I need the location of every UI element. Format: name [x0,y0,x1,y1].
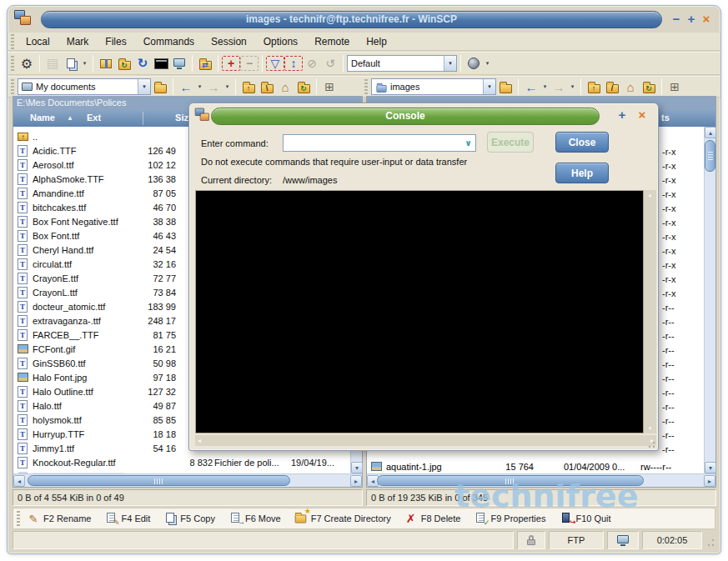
scroll-up-icon[interactable]: ▴ [644,192,656,198]
remote-tree-button[interactable]: ⊞ [665,78,684,96]
menu-session[interactable]: Session [203,33,255,50]
remote-file-row[interactable]: aquatint-1.jpg 15 764 01/04/2009 0... rw… [368,460,703,474]
local-root-dir-button[interactable]: \ [258,78,276,96]
invert-selection-button[interactable]: ↕ [284,56,303,71]
remote-home-button[interactable]: ⌂ [621,78,640,96]
scroll-down-icon[interactable]: ▾ [351,462,363,473]
remote-root-dir-button[interactable]: / [603,78,621,96]
menu-commands[interactable]: Commands [135,33,203,50]
remote-refresh-button[interactable]: ↻ [640,78,658,96]
f10-quit-button[interactable]: ↪F10 Quit [559,513,610,525]
hscroll-thumb[interactable] [28,475,290,486]
column-name[interactable]: Name [30,110,55,126]
f2-rename-button[interactable]: ✎F2 Rename [27,513,91,525]
f4-edit-button[interactable]: ✎F4 Edit [104,513,150,525]
console-hscrollbar[interactable]: ◂ ▸ [195,435,656,446]
execute-button[interactable]: Execute [487,132,534,153]
transfer-preset-select[interactable]: Default ▾ [347,55,457,72]
synchronize-browsing-button[interactable]: ↻ [115,54,133,73]
synchronize-button[interactable]: ⇄ [196,54,214,73]
scroll-left-icon[interactable]: ◂ [13,475,25,487]
console-close-action-button[interactable]: Close [555,132,609,153]
console-maximize-button[interactable]: + [615,107,630,123]
unselect-files-button[interactable]: − [240,56,259,71]
resize-grip[interactable] [705,531,715,549]
local-tree-button[interactable]: ⊞ [320,78,339,96]
command-input[interactable]: ∨ [283,134,476,152]
console-output[interactable] [195,190,644,433]
file-size: 32 16 [153,258,176,272]
scroll-down-icon[interactable]: ▾ [705,462,716,473]
session-log-button[interactable]: ▤ [43,54,62,73]
console-vscrollbar[interactable]: ▴ ▾ [644,190,656,433]
new-session-button[interactable] [97,54,115,73]
scroll-right-icon[interactable]: ▸ [704,475,715,487]
remote-address-select[interactable]: images ▾ [371,78,496,95]
remote-vscrollbar[interactable]: ▴ ▾ [704,127,715,473]
help-button[interactable]: Help [555,163,609,183]
protocol-panel[interactable]: FTP [549,531,604,549]
f7-create-directory-button[interactable]: ★F7 Create Directory [294,511,391,526]
remote-parent-dir-button[interactable]: ↑ [585,78,603,96]
remote-open-dir-button[interactable] [496,78,515,96]
f5-copy-button[interactable]: F5 Copy [163,513,215,525]
local-forward-history-button[interactable]: ▾ [223,78,232,96]
scroll-right-icon[interactable]: ▸ [350,475,362,487]
menu-help[interactable]: Help [358,33,395,50]
remote-back-history-button[interactable]: ▾ [540,78,550,96]
column-ext[interactable]: Ext [87,110,101,126]
clear-selection-button[interactable]: ⊘ [303,54,321,73]
local-address-select[interactable]: My documents ▾ [18,78,151,95]
duplicate-session-menu-button[interactable]: ▾ [80,54,89,73]
duplicate-session-button[interactable] [62,54,80,73]
menu-local[interactable]: Local [18,33,58,50]
console-button[interactable] [152,54,170,73]
minimize-button[interactable]: − [669,11,684,28]
f6-move-button[interactable]: →F6 Move [228,513,281,525]
console-close-button[interactable]: × [635,107,650,123]
network-panel[interactable] [607,531,639,549]
local-back-button[interactable]: ← [177,78,195,96]
close-button[interactable]: × [699,11,714,28]
remote-forward-history-button[interactable]: ▾ [568,78,577,96]
local-refresh-button[interactable]: ↻ [294,78,313,96]
current-directory-label: Current directory: [201,175,272,185]
scroll-up-icon[interactable]: ▴ [705,127,716,138]
lock-panel[interactable] [517,531,545,549]
console-titlebar[interactable]: Console + × [189,103,658,128]
local-parent-dir-button[interactable]: ↑ [239,78,258,96]
local-forward-button[interactable]: → [204,78,223,96]
scroll-left-icon[interactable]: ◂ [198,435,201,446]
remote-forward-button[interactable]: → [550,78,568,96]
local-open-dir-button[interactable] [151,78,169,96]
network-button[interactable] [170,54,188,73]
local-back-history-button[interactable]: ▾ [195,78,204,96]
preferences-button[interactable]: ⚙ [18,54,36,73]
titlebar[interactable]: images - technifr@ftp.technifree.fr - Wi… [8,6,720,33]
scroll-down-icon[interactable]: ▾ [644,425,656,432]
f9-properties-button[interactable]: ✓F9 Properties [474,513,545,525]
filter-button[interactable]: ▽ [266,56,284,71]
column-size[interactable]: Siz [175,110,188,126]
local-hscrollbar[interactable]: ◂ ▸ [13,473,362,487]
vscroll-thumb[interactable] [705,140,715,172]
select-files-button[interactable]: + [222,56,240,71]
maximize-button[interactable]: + [684,11,699,28]
console-resize-grip[interactable] [646,439,656,449]
menu-remote[interactable]: Remote [306,33,358,50]
remote-hscrollbar[interactable]: ◂ ▸ [367,473,715,487]
f8-delete-button[interactable]: ✗F8 Delete [404,512,461,525]
transfer-settings-menu-button[interactable]: ▾ [483,54,492,73]
transfer-settings-button[interactable] [464,54,483,73]
hscroll-thumb[interactable] [377,475,644,486]
parent-folder-icon: ↑ [18,133,28,141]
menu-files[interactable]: Files [97,33,134,50]
reconnect-button[interactable]: ↻ [133,54,152,73]
menu-mark[interactable]: Mark [58,33,98,50]
remote-back-button[interactable]: ← [522,78,540,96]
file-row[interactable]: TKnockout-Regular.ttf8 832Fichier de pol… [14,456,349,470]
local-home-button[interactable]: ⌂ [276,78,294,96]
menu-options[interactable]: Options [255,33,306,50]
column-rights-tail[interactable]: ts [661,110,670,126]
restore-selection-button[interactable]: ↺ [321,54,339,73]
